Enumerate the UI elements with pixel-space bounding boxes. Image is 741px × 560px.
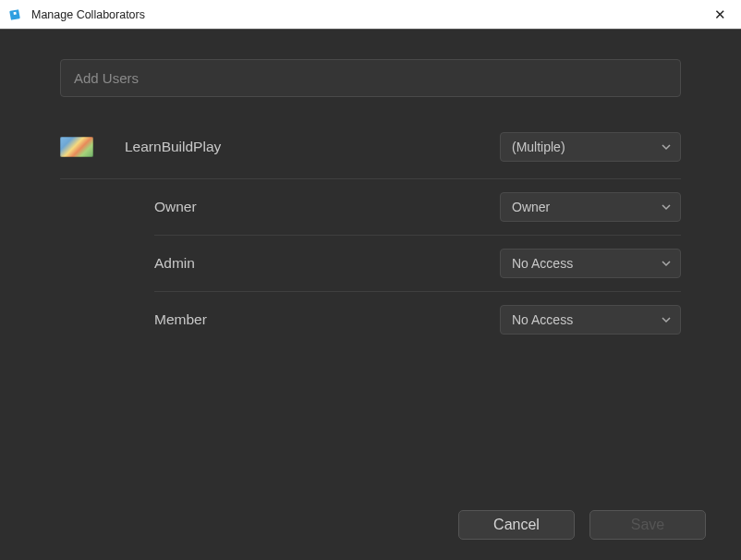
titlebar: Manage Collaborators ✕: [0, 0, 741, 30]
cancel-button[interactable]: Cancel: [458, 510, 575, 540]
role-label: Member: [154, 311, 500, 328]
app-icon: [9, 7, 24, 22]
save-button: Save: [589, 510, 706, 540]
footer: Cancel Save: [0, 497, 741, 560]
chevron-down-icon: [662, 259, 671, 268]
chevron-down-icon: [662, 142, 671, 152]
title-left: Manage Collaborators: [9, 7, 145, 22]
group-name: LearnBuildPlay: [125, 139, 500, 155]
role-access-dropdown-owner[interactable]: Owner: [500, 192, 681, 222]
chevron-down-icon: [662, 315, 671, 324]
close-icon[interactable]: ✕: [709, 3, 732, 27]
svg-rect-0: [9, 9, 20, 20]
dropdown-value: No Access: [512, 256, 573, 271]
window-title: Manage Collaborators: [31, 8, 145, 21]
search-input[interactable]: [60, 59, 681, 97]
role-label: Admin: [154, 255, 500, 272]
collaborator-list: LearnBuildPlay (Multiple) Owner Owner Ad…: [60, 123, 681, 347]
role-label: Owner: [154, 199, 500, 215]
group-access-dropdown[interactable]: (Multiple): [500, 132, 681, 162]
group-row: LearnBuildPlay (Multiple): [60, 123, 681, 179]
dropdown-value: Owner: [512, 200, 550, 214]
group-avatar: [60, 137, 93, 157]
svg-rect-1: [13, 11, 16, 14]
content-area: LearnBuildPlay (Multiple) Owner Owner Ad…: [0, 30, 741, 497]
chevron-down-icon: [662, 202, 671, 212]
dropdown-value: No Access: [512, 312, 573, 327]
role-row-owner: Owner Owner: [154, 179, 681, 236]
dropdown-value: (Multiple): [512, 140, 565, 154]
role-access-dropdown-member[interactable]: No Access: [500, 305, 681, 335]
role-row-member: Member No Access: [154, 292, 681, 347]
role-row-admin: Admin No Access: [154, 236, 681, 292]
role-access-dropdown-admin[interactable]: No Access: [500, 249, 681, 278]
